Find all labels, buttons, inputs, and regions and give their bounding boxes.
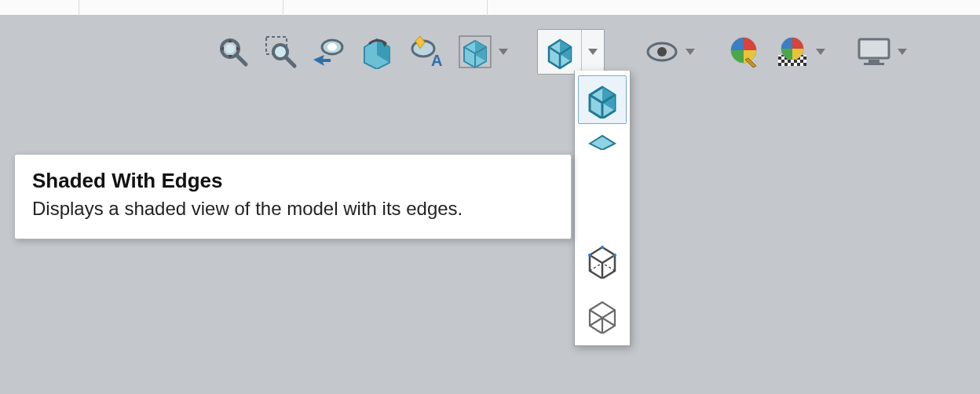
zoom-to-fit-button[interactable]: [212, 32, 251, 71]
edit-appearance-icon: [726, 35, 761, 69]
svg-point-22: [601, 246, 604, 249]
flyout-shaded[interactable]: [578, 130, 627, 152]
section-view-button[interactable]: [358, 32, 397, 71]
apply-scene-icon: [775, 35, 810, 69]
svg-rect-19: [859, 39, 889, 58]
chevron-down-icon[interactable]: [898, 49, 907, 55]
wireframe-icon: [583, 296, 621, 334]
zoom-to-area-icon: [263, 35, 298, 69]
flyout-wireframe[interactable]: [578, 290, 627, 339]
svg-point-23: [588, 254, 591, 257]
chevron-down-icon[interactable]: [686, 49, 695, 55]
svg-line-2: [236, 55, 246, 64]
tooltip-title: Shaded With Edges: [32, 169, 554, 193]
display-style-split-button: [537, 29, 605, 75]
top-strip: [0, 0, 980, 16]
chevron-down-icon: [588, 49, 598, 55]
svg-line-5: [286, 57, 294, 66]
svg-point-7: [327, 43, 337, 51]
svg-point-24: [613, 254, 616, 257]
display-style-flyout: [574, 71, 631, 346]
tooltip: Shaded With Edges Displays a shaded view…: [14, 154, 572, 239]
svg-point-1: [225, 44, 235, 53]
display-style-button[interactable]: [538, 30, 582, 74]
view-settings-button[interactable]: [854, 32, 894, 71]
tooltip-body: Displays a shaded view of the model with…: [32, 198, 554, 220]
view-orientation-button[interactable]: [455, 32, 495, 71]
shaded-with-edges-icon: [583, 81, 621, 119]
previous-view-button[interactable]: [309, 32, 349, 71]
edit-appearance-button[interactable]: [724, 32, 763, 71]
hide-show-items-icon: [644, 35, 680, 69]
shaded-icon: [583, 133, 621, 150]
zoom-to-area-button[interactable]: [261, 32, 300, 71]
dynamic-annotation-icon: A: [408, 35, 445, 69]
svg-rect-21: [864, 63, 884, 65]
section-view-icon: [360, 35, 396, 69]
hide-show-items-button[interactable]: [642, 32, 682, 71]
flyout-shaded-with-edges[interactable]: [578, 75, 627, 124]
view-orientation-icon: [458, 35, 492, 69]
svg-rect-20: [868, 60, 879, 63]
dynamic-annotation-button[interactable]: A: [407, 32, 446, 71]
apply-scene-button[interactable]: [773, 32, 812, 71]
previous-view-icon: [310, 35, 348, 69]
chevron-down-icon[interactable]: [499, 49, 508, 55]
svg-text:A: A: [431, 52, 442, 69]
chevron-down-icon[interactable]: [816, 49, 825, 55]
hidden-lines-visible-icon: [583, 241, 621, 279]
zoom-to-fit-icon: [214, 35, 249, 69]
view-toolbar: A: [212, 28, 911, 75]
display-style-icon: [543, 35, 577, 69]
svg-point-12: [657, 47, 667, 57]
view-settings-icon: [856, 36, 892, 67]
display-style-dropdown-button[interactable]: [582, 30, 604, 74]
flyout-hidden-lines-visible[interactable]: [578, 235, 627, 284]
